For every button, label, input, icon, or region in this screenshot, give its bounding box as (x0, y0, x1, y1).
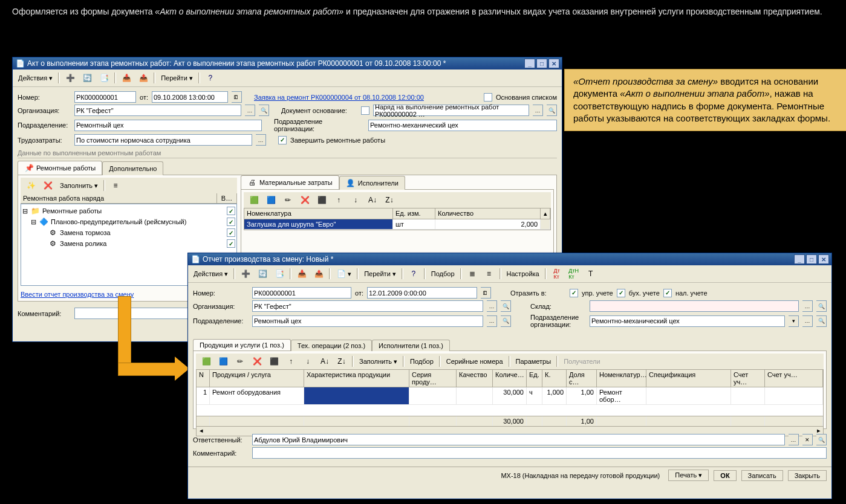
help-button[interactable]: ? (203, 71, 218, 85)
params-button[interactable]: Параметры (513, 356, 555, 367)
enter-report-link[interactable]: Ввести отчет производства за смену (21, 291, 134, 298)
pick-button[interactable]: Подбор (428, 268, 458, 279)
org-field[interactable]: РК "Гефест" (252, 300, 483, 312)
dept-field[interactable]: Ремонтный цех (252, 315, 483, 327)
row-edit-icon[interactable]: ✏ (280, 193, 296, 207)
settings-button[interactable]: Настройка (504, 268, 542, 279)
subtab-exec[interactable]: 👤Исполнители (339, 176, 405, 190)
list-checkbox[interactable] (484, 93, 492, 102)
select-button[interactable]: … (802, 315, 813, 327)
tool-icon[interactable]: 📥 (294, 267, 310, 280)
scroll-left-icon[interactable]: ◂ (197, 427, 206, 436)
clear-icon[interactable]: ✕ (802, 434, 813, 445)
tool-icon[interactable]: ⬛ (314, 193, 330, 207)
dept-org-field[interactable]: Ремонтно-механический цех (368, 120, 557, 131)
col-char[interactable]: Характеристика продукции (304, 370, 409, 387)
tab-exec[interactable]: Исполнители (1 поз.) (372, 340, 450, 351)
col-k[interactable]: К. (542, 370, 567, 387)
search-icon[interactable]: 🔍 (501, 315, 511, 327)
minimize-button[interactable]: _ (794, 254, 805, 264)
row-copy-icon[interactable]: 🟦 (215, 355, 231, 368)
number-field[interactable]: РК000000001 (74, 91, 136, 103)
dept-field[interactable]: Ремонтный цех (74, 120, 262, 131)
date-field[interactable]: 09.10.2008 13:00:00 (152, 91, 228, 103)
search-icon[interactable]: 🔍 (259, 105, 269, 116)
actions-menu[interactable]: Действия ▾ (190, 268, 231, 280)
tool-icon[interactable]: 🔄 (255, 267, 270, 280)
select-button[interactable]: … (245, 105, 255, 116)
select-button[interactable]: … (789, 434, 799, 445)
tool-icon[interactable]: 🔄 (79, 71, 95, 85)
col-unit[interactable]: Ед. (527, 370, 542, 387)
col-nomgroup[interactable]: Номенклатур… (597, 370, 646, 387)
minimize-button[interactable]: _ (524, 59, 535, 68)
comment-field[interactable] (252, 447, 827, 459)
titlebar-act[interactable]: 📄 Акт о выполнении этапа ремонтных работ… (13, 57, 562, 69)
chk-upr[interactable]: ✓ (570, 289, 578, 297)
select-button[interactable]: … (487, 315, 497, 327)
print-button[interactable]: Печать ▾ (668, 470, 709, 481)
tool-icon[interactable]: ≡ (108, 179, 123, 192)
tab-prod[interactable]: Продукция и услуги (1 поз.) (193, 339, 291, 351)
basedoc-check[interactable] (361, 106, 369, 115)
tab-more[interactable]: Дополнительно (102, 161, 163, 175)
base-on-menu[interactable]: 📄 ▾ (333, 267, 354, 280)
resp-field[interactable]: Абдулов Юрий Владимирович (252, 434, 785, 445)
search-icon[interactable]: 🔍 (816, 434, 827, 445)
tab-repair[interactable]: 📌Ремонтные работы (18, 161, 102, 175)
col-prod[interactable]: Продукция / услуга (210, 370, 304, 387)
help-button[interactable]: ? (406, 267, 421, 280)
tool-icon[interactable]: 📤 (135, 71, 151, 85)
org-field[interactable]: РК "Гефест" (74, 105, 241, 116)
dept-org-field[interactable]: Ремонтно-механический цех (590, 315, 785, 327)
tab-tech[interactable]: Тех. операции (2 поз.) (291, 340, 372, 351)
chk-bux[interactable]: ✓ (617, 289, 625, 297)
col-unit[interactable]: Ед. изм. (393, 208, 435, 219)
row-copy-icon[interactable]: 🟦 (263, 193, 279, 207)
fill-menu[interactable]: Заполнить ▾ (57, 180, 101, 192)
tool-icon[interactable]: 📑 (272, 267, 287, 280)
col-share[interactable]: Доля с… (567, 370, 597, 387)
scroll-up-icon[interactable]: ▴ (541, 208, 550, 219)
maximize-button[interactable]: □ (806, 254, 817, 264)
search-icon[interactable]: 🔍 (547, 105, 557, 116)
number-field[interactable]: РК000000001 (252, 287, 351, 299)
row-del-icon[interactable]: ❌ (297, 193, 313, 207)
tool-icon[interactable]: ➕ (238, 267, 253, 280)
table-row[interactable]: Заглушка для шурупа "Евро" шт 2,000 (244, 219, 550, 230)
maximize-button[interactable]: □ (536, 59, 547, 68)
col-series[interactable]: Серия проду… (409, 370, 457, 387)
sort-icon[interactable]: A↓ (317, 355, 333, 368)
col-acc2[interactable]: Счет уч… (765, 370, 823, 387)
select-button[interactable]: … (802, 300, 813, 312)
close-button[interactable]: Закрыть (788, 470, 827, 481)
goto-menu[interactable]: Перейти ▾ (158, 73, 196, 84)
labor-field[interactable]: По стоимости нормочаса сотрудника (74, 134, 252, 146)
col-qty[interactable]: Количе… (493, 370, 527, 387)
sort-icon[interactable]: Z↓ (382, 193, 397, 207)
dropdown-icon[interactable]: ▾ (789, 315, 799, 327)
serial-button[interactable]: Серийные номера (443, 356, 506, 367)
date-field[interactable]: 12.01.2009 0:00:00 (367, 287, 477, 299)
row-del-icon[interactable]: ❌ (249, 355, 265, 368)
col-acc1[interactable]: Счет уч… (731, 370, 765, 387)
dtkt-icon[interactable]: ДтКт (549, 267, 565, 280)
col-qty[interactable]: Количество (435, 208, 541, 219)
search-icon[interactable]: 🔍 (816, 300, 827, 312)
close-button[interactable]: ✕ (548, 59, 559, 68)
pick-button[interactable]: Подбор (407, 356, 437, 367)
select-button[interactable]: … (256, 134, 266, 146)
calendar-icon[interactable]: 🗓 (481, 287, 491, 299)
basedoc-field[interactable]: Наряд на выполнение ремонтных работ РК00… (373, 105, 529, 116)
tool-icon[interactable]: 📥 (119, 71, 134, 85)
request-link[interactable]: Заявка на ремонт РК000000004 от 08.10.20… (254, 94, 424, 101)
col-nom[interactable]: Номенклатура (244, 208, 393, 219)
tool-icon[interactable]: ≣ (464, 267, 480, 280)
sort-icon[interactable]: A↓ (365, 193, 380, 207)
goto-menu[interactable]: Перейти ▾ (361, 268, 399, 280)
col-n[interactable]: N (197, 370, 210, 387)
search-icon[interactable]: 🔍 (816, 315, 827, 327)
table-row[interactable]: 1 Ремонт оборудования 30,000 ч 1,000 1,0… (197, 387, 823, 405)
search-icon[interactable]: 🔍 (501, 300, 511, 312)
tool-icon[interactable]: 📤 (311, 267, 327, 280)
